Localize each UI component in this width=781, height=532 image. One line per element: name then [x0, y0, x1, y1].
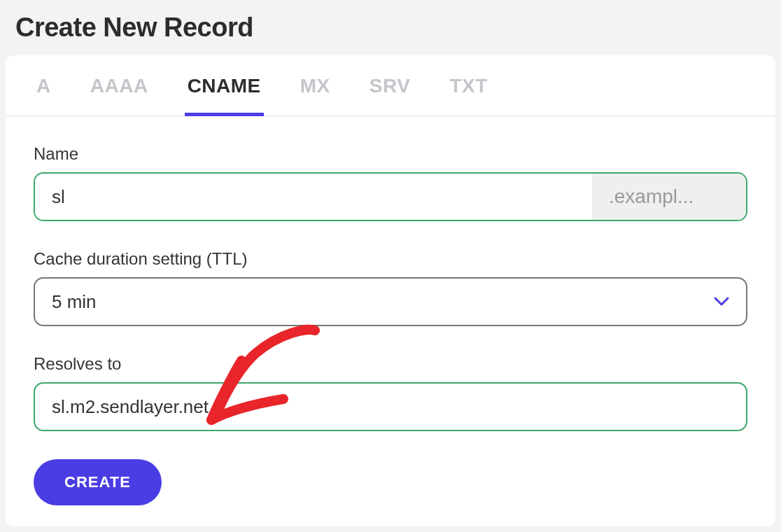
page-title: Create New Record — [15, 13, 775, 43]
name-input[interactable] — [35, 174, 592, 220]
resolves-to-input[interactable] — [34, 382, 747, 431]
name-domain-suffix: .exampl... — [592, 174, 746, 220]
tab-a[interactable]: A — [34, 75, 54, 116]
record-form-card: A AAAA CNAME MX SRV TXT Name .exampl... … — [6, 55, 775, 526]
name-field-row: .exampl... — [34, 172, 747, 221]
create-button[interactable]: CREATE — [34, 459, 162, 505]
resolves-label: Resolves to — [34, 354, 747, 374]
ttl-value: 5 min — [52, 291, 714, 313]
ttl-select[interactable]: 5 min — [34, 277, 747, 326]
tab-mx[interactable]: MX — [297, 75, 333, 116]
tab-cname[interactable]: CNAME — [185, 75, 264, 116]
record-type-tabs: A AAAA CNAME MX SRV TXT — [6, 55, 775, 116]
tab-srv[interactable]: SRV — [367, 75, 414, 116]
chevron-down-icon — [714, 297, 729, 307]
ttl-label: Cache duration setting (TTL) — [34, 249, 747, 269]
tab-aaaa[interactable]: AAAA — [87, 75, 151, 116]
tab-txt[interactable]: TXT — [446, 75, 490, 116]
name-label: Name — [34, 144, 747, 164]
